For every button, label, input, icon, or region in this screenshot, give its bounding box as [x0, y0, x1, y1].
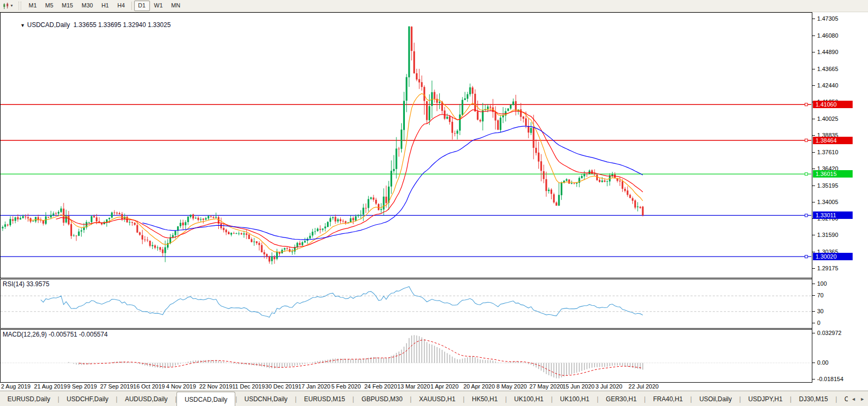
rsi-tick: 100: [817, 280, 827, 287]
axis-tick-mark: [812, 284, 815, 284]
axis-tick-mark: [812, 69, 815, 69]
date-label: 1 Apr 2020: [430, 383, 458, 390]
price-axis-macd[interactable]: 0.0329720.00-0.018154: [812, 329, 868, 382]
price-tick: 1.40025: [817, 116, 838, 122]
timeframe-button-h4[interactable]: H4: [113, 1, 129, 11]
date-label: 22 Jul 2020: [628, 383, 659, 390]
date-label: 17 Jan 2020: [298, 383, 331, 390]
symbol-tab-usdcad-daily[interactable]: USDCAD,Daily: [176, 392, 235, 406]
date-label: 27 May 2020: [529, 383, 563, 390]
axis-tick-mark: [812, 19, 815, 19]
price-tick: 1.31590: [817, 232, 838, 238]
timeframe-button-h1[interactable]: H1: [97, 1, 113, 11]
hline-price-label: 1.30020: [813, 253, 853, 260]
date-label: 3 Jul 2020: [596, 383, 623, 390]
toolbar-grip[interactable]: [19, 2, 21, 10]
rsi-tick: 30: [817, 308, 823, 314]
date-label: 4 Nov 2019: [166, 383, 196, 390]
date-label: 2 Aug 2019: [1, 383, 31, 390]
symbol-tab-gbpusd-m30[interactable]: GBPUSD,M30: [354, 391, 410, 406]
axis-tick-mark: [812, 36, 815, 36]
symbol-tab-audusd-daily[interactable]: AUDUSD,Daily: [118, 391, 175, 406]
rsi-pane[interactable]: RSI(14) 33.9575: [0, 279, 812, 329]
macd-tick: 0.032972: [817, 330, 842, 336]
toolbar-separator: [131, 2, 132, 10]
price-axis-rsi[interactable]: 10070300: [812, 279, 868, 329]
symbol-tab-usdchf-daily[interactable]: USDCHF,Daily: [59, 391, 116, 406]
axis-tick-mark: [812, 152, 815, 153]
timeframe-button-d1[interactable]: D1: [134, 1, 150, 11]
date-label: 8 May 2020: [497, 383, 527, 390]
chart-panes: ▼USDCAD,Daily 1.33655 1.33695 1.32940 1.…: [0, 12, 812, 383]
axis-tick-mark: [812, 186, 815, 186]
axis-tick-mark: [812, 268, 815, 269]
rsi-title: RSI(14) 33.9575: [3, 280, 49, 288]
hline-anchor-handle[interactable]: [805, 214, 808, 217]
symbol-tab-bar: EURUSD,Daily|USDCHF,Daily|AUDUSD,Daily|U…: [0, 391, 868, 406]
timeframe-button-m15[interactable]: M15: [58, 1, 77, 11]
date-axis[interactable]: 2 Aug 201921 Aug 20199 Sep 201927 Sep 20…: [0, 383, 868, 391]
symbol-tab-fra40-h1[interactable]: FRA40,H1: [645, 391, 690, 406]
price-axis[interactable]: 1.473051.460801.448901.436651.424401.412…: [812, 12, 868, 383]
axis-tick-mark: [812, 202, 815, 202]
hline-anchor-handle[interactable]: [805, 173, 808, 175]
axis-tick-mark: [812, 235, 815, 235]
date-label: 13 Mar 2020: [397, 383, 430, 390]
hline-price-label: 1.41060: [813, 101, 853, 108]
price-tick: 1.37610: [817, 149, 838, 155]
tab-scroll-controls: ◄►: [848, 391, 868, 406]
collapse-triangle-icon[interactable]: ▼: [20, 23, 25, 28]
timeframe-button-mn[interactable]: MN: [167, 1, 184, 11]
macd-signal-line: [79, 340, 643, 375]
macd-tick: 0.00: [817, 359, 828, 366]
hline-anchor-handle[interactable]: [805, 139, 808, 142]
hline-anchor-handle[interactable]: [805, 255, 808, 258]
symbol-tab-uk100-h1[interactable]: UK100,H1: [553, 391, 597, 406]
timeframe-buttons: M1M5M15M30H1H4D1W1MN: [24, 1, 184, 11]
axis-tick-mark: [812, 333, 815, 333]
axis-tick-mark: [812, 295, 815, 296]
axis-tick-mark: [812, 252, 815, 252]
symbol-tab-eurusd-daily[interactable]: EURUSD,Daily: [0, 391, 58, 406]
timeframe-toolbar: ▾ M1M5M15M30H1H4D1W1MN: [0, 0, 868, 12]
tab-scroll-right-icon[interactable]: ►: [860, 396, 865, 402]
symbol-tab-uk100-h1[interactable]: UK100,H1: [507, 391, 551, 406]
date-label: 15 Jun 2020: [562, 383, 595, 390]
dropdown-arrow-icon: ▾: [11, 4, 13, 8]
tab-scroll-left-icon[interactable]: ◄: [851, 396, 856, 402]
hline-price-label: 1.33011: [813, 211, 853, 219]
symbol-tab-ger30-h1[interactable]: GER30,H1: [598, 391, 644, 406]
date-label: 20 Apr 2020: [463, 383, 494, 390]
date-label: 22 Nov 2019: [199, 383, 232, 390]
moving-average-21: [56, 110, 643, 248]
mt4-window: ▾ M1M5M15M30H1H4D1W1MN ▼USDCAD,Daily 1.3…: [0, 0, 868, 406]
moving-average-10: [28, 94, 643, 252]
timeframe-button-m30[interactable]: M30: [77, 1, 97, 11]
price-axis-main[interactable]: 1.473051.460801.448901.436651.424401.412…: [812, 12, 868, 279]
price-tick: 1.43665: [817, 66, 838, 72]
main-chart-pane[interactable]: ▼USDCAD,Daily 1.33655 1.33695 1.32940 1.…: [0, 12, 812, 278]
symbol-tab-hk50-h1[interactable]: HK50,H1: [465, 391, 506, 406]
chart-mode-button[interactable]: ▾: [1, 2, 14, 10]
symbol-tab-dj30-m15[interactable]: DJ30,M15: [792, 391, 836, 406]
macd-pane[interactable]: MACD(12,26,9) -0.005751 -0.005574: [0, 329, 812, 383]
symbol-tab-eurusd-m15[interactable]: EURUSD,M15: [297, 391, 352, 406]
symbol-tab-usoil-daily[interactable]: USOil,Daily: [692, 391, 739, 406]
timeframe-button-w1[interactable]: W1: [150, 1, 167, 11]
chart-title: ▼USDCAD,Daily 1.33655 1.33695 1.32940 1.…: [3, 14, 171, 36]
hline-price-label: 1.36015: [813, 170, 853, 178]
date-label: 9 Sep 2019: [67, 383, 97, 390]
macd-title: MACD(12,26,9) -0.005751 -0.005574: [3, 331, 108, 338]
hline-anchor-handle[interactable]: [805, 103, 808, 106]
timeframe-button-m1[interactable]: M1: [24, 1, 41, 11]
symbol-tab-xauusd-h1[interactable]: XAUUSD,H1: [412, 391, 463, 406]
candlestick-chart-icon: [3, 3, 10, 10]
price-tick: 1.34005: [817, 199, 838, 205]
axis-tick-mark: [812, 379, 815, 379]
axis-tick-mark: [812, 311, 815, 312]
timeframe-button-m5[interactable]: M5: [41, 1, 57, 11]
symbol-tab-usdjpy-h1[interactable]: USDJPY,H1: [741, 391, 790, 406]
chart-area: ▼USDCAD,Daily 1.33655 1.33695 1.32940 1.…: [0, 12, 868, 383]
symbol-tab-usdcnh-daily[interactable]: USDCNH,Daily: [237, 391, 295, 406]
price-tick: 1.44890: [817, 49, 838, 55]
